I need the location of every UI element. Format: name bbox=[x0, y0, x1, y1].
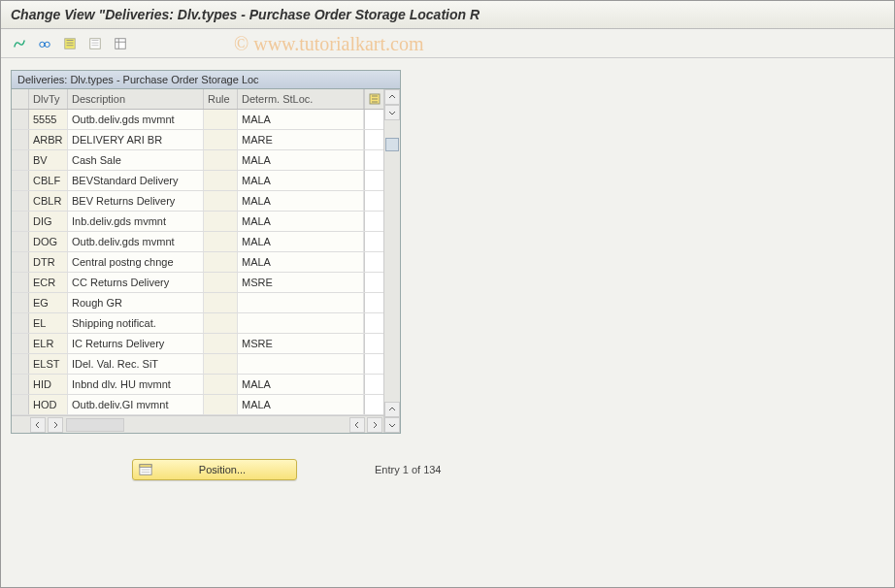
cell-rule[interactable] bbox=[204, 171, 238, 190]
scroll-right-icon[interactable] bbox=[48, 417, 63, 433]
cell-rule[interactable] bbox=[204, 293, 238, 312]
row-selector[interactable] bbox=[12, 334, 29, 353]
deselect-all-icon[interactable] bbox=[84, 34, 106, 53]
cell-dlvty[interactable]: DOG bbox=[29, 232, 68, 251]
row-selector[interactable] bbox=[12, 150, 29, 170]
cell-dlvty[interactable]: ELR bbox=[29, 334, 68, 353]
cell-dlvty[interactable]: CBLR bbox=[29, 191, 68, 211]
row-selector[interactable] bbox=[12, 375, 29, 394]
horizontal-scrollbar[interactable] bbox=[12, 415, 383, 433]
cell-stloc[interactable]: MARE bbox=[238, 130, 364, 149]
table-row[interactable]: DIGInb.deliv.gds mvmntMALA bbox=[12, 212, 383, 232]
select-all-icon[interactable] bbox=[59, 34, 81, 53]
cell-dlvty[interactable]: HID bbox=[29, 375, 68, 394]
table-row[interactable]: DOGOutb.deliv.gds mvmntMALA bbox=[12, 232, 383, 252]
cell-description[interactable]: BEVStandard Delivery bbox=[68, 171, 204, 190]
cell-stloc[interactable] bbox=[238, 354, 364, 374]
cell-dlvty[interactable]: 5555 bbox=[29, 110, 68, 129]
table-row[interactable]: DTRCentral postng chngeMALA bbox=[12, 252, 383, 273]
scroll-up-icon[interactable] bbox=[384, 89, 400, 105]
row-selector[interactable] bbox=[12, 354, 29, 374]
cell-rule[interactable] bbox=[204, 354, 238, 374]
table-row[interactable]: ELSTIDel. Val. Rec. SiT bbox=[12, 354, 383, 375]
row-selector[interactable] bbox=[12, 313, 29, 333]
row-selector[interactable] bbox=[12, 252, 29, 272]
cell-description[interactable]: Central postng chnge bbox=[68, 252, 204, 272]
cell-description[interactable]: Shipping notificat. bbox=[68, 313, 204, 333]
cell-rule[interactable] bbox=[204, 313, 238, 333]
row-selector[interactable] bbox=[12, 130, 29, 149]
col-header-dlvty[interactable]: DlvTy bbox=[29, 89, 68, 109]
row-selector[interactable] bbox=[12, 212, 29, 231]
cell-stloc[interactable]: MALA bbox=[238, 150, 364, 170]
cell-stloc[interactable] bbox=[238, 293, 364, 312]
table-row[interactable]: CBLFBEVStandard DeliveryMALA bbox=[12, 171, 383, 191]
cell-dlvty[interactable]: ARBR bbox=[29, 130, 68, 149]
cell-description[interactable]: Inbnd dlv. HU mvmnt bbox=[68, 375, 204, 394]
row-selector[interactable] bbox=[12, 191, 29, 211]
scroll-left-icon[interactable] bbox=[30, 417, 46, 433]
cell-description[interactable]: BEV Returns Delivery bbox=[68, 191, 204, 211]
cell-rule[interactable] bbox=[204, 252, 238, 272]
cell-rule[interactable] bbox=[204, 191, 238, 211]
cell-description[interactable]: Outb.deliv.GI mvmnt bbox=[68, 395, 204, 414]
cell-rule[interactable] bbox=[204, 334, 238, 353]
cell-stloc[interactable]: MALA bbox=[238, 110, 364, 129]
row-selector[interactable] bbox=[12, 232, 29, 251]
table-row[interactable]: ECRCC Returns DeliveryMSRE bbox=[12, 273, 383, 293]
cell-stloc[interactable]: MALA bbox=[238, 252, 364, 272]
cell-dlvty[interactable]: DIG bbox=[29, 212, 68, 231]
cell-dlvty[interactable]: BV bbox=[29, 150, 68, 170]
table-row[interactable]: BVCash SaleMALA bbox=[12, 150, 383, 171]
table-row[interactable]: ELShipping notificat. bbox=[12, 313, 383, 334]
cell-dlvty[interactable]: ELST bbox=[29, 354, 68, 374]
cell-description[interactable]: Outb.deliv.gds mvmnt bbox=[68, 232, 204, 251]
scroll-left2-icon[interactable] bbox=[349, 417, 365, 433]
scroll-up2-icon[interactable] bbox=[384, 402, 400, 417]
cell-dlvty[interactable]: CBLF bbox=[29, 171, 68, 190]
table-row[interactable]: HODOutb.deliv.GI mvmntMALA bbox=[12, 395, 383, 415]
cell-description[interactable]: IC Returns Delivery bbox=[68, 334, 204, 353]
table-row[interactable]: CBLRBEV Returns DeliveryMALA bbox=[12, 191, 383, 212]
cell-dlvty[interactable]: EG bbox=[29, 293, 68, 312]
other-view-icon[interactable] bbox=[9, 34, 30, 53]
table-row[interactable]: HIDInbnd dlv. HU mvmntMALA bbox=[12, 375, 383, 395]
cell-stloc[interactable]: MALA bbox=[238, 375, 364, 394]
cell-stloc[interactable]: MALA bbox=[238, 395, 364, 414]
cell-description[interactable]: Cash Sale bbox=[68, 150, 204, 170]
cell-rule[interactable] bbox=[204, 375, 238, 394]
cell-description[interactable]: Rough GR bbox=[68, 293, 204, 312]
cell-dlvty[interactable]: DTR bbox=[29, 252, 68, 272]
cell-stloc[interactable]: MSRE bbox=[238, 334, 364, 353]
col-header-rule[interactable]: Rule bbox=[204, 89, 238, 109]
cell-stloc[interactable]: MSRE bbox=[238, 273, 364, 292]
cell-description[interactable]: DELIVERY ARI BR bbox=[68, 130, 204, 149]
row-selector[interactable] bbox=[12, 171, 29, 190]
cell-stloc[interactable]: MALA bbox=[238, 232, 364, 251]
col-header-description[interactable]: Description bbox=[68, 89, 204, 109]
cell-rule[interactable] bbox=[204, 150, 238, 170]
table-row[interactable]: EGRough GR bbox=[12, 293, 383, 313]
cell-rule[interactable] bbox=[204, 110, 238, 129]
cell-rule[interactable] bbox=[204, 232, 238, 251]
row-selector[interactable] bbox=[12, 110, 29, 129]
row-selector[interactable] bbox=[12, 273, 29, 292]
cell-dlvty[interactable]: ECR bbox=[29, 273, 68, 292]
table-row[interactable]: ELRIC Returns DeliveryMSRE bbox=[12, 334, 383, 354]
cell-stloc[interactable]: MALA bbox=[238, 212, 364, 231]
scroll-down-icon[interactable] bbox=[384, 417, 400, 433]
cell-stloc[interactable]: MALA bbox=[238, 191, 364, 211]
vscroll-thumb[interactable] bbox=[385, 138, 399, 151]
cell-dlvty[interactable]: EL bbox=[29, 313, 68, 333]
table-row[interactable]: 5555Outb.deliv.gds mvmntMALA bbox=[12, 110, 383, 130]
table-settings-icon[interactable] bbox=[110, 34, 131, 53]
configure-columns-icon[interactable] bbox=[364, 89, 383, 109]
cell-rule[interactable] bbox=[204, 395, 238, 414]
cell-description[interactable]: IDel. Val. Rec. SiT bbox=[68, 354, 204, 374]
cell-description[interactable]: Inb.deliv.gds mvmnt bbox=[68, 212, 204, 231]
cell-dlvty[interactable]: HOD bbox=[29, 395, 68, 414]
col-header-stloc[interactable]: Determ. StLoc. bbox=[238, 89, 364, 109]
row-selector[interactable] bbox=[12, 395, 29, 414]
vscroll-track[interactable] bbox=[384, 120, 400, 402]
hscroll-track[interactable] bbox=[66, 418, 124, 432]
